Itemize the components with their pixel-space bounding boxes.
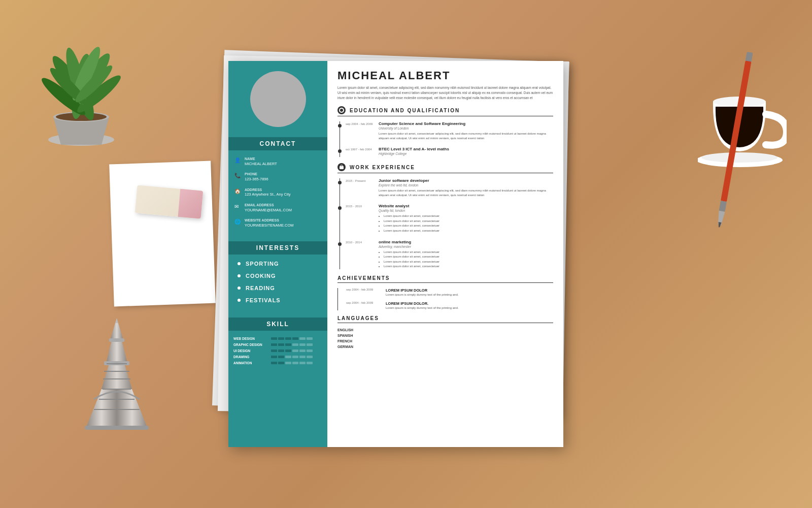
bullet-icon: [238, 262, 241, 265]
achievement-2: sep 2004 - feb 2009 LOREM IPSUM DOLOR. L…: [346, 301, 553, 310]
languages-title: LANGUAGES: [337, 315, 379, 321]
lang-2: SPANISH: [337, 334, 553, 337]
bullet-item: Lorem ipsum dolor sit amet, consectetuer: [384, 260, 553, 265]
achievements-section-header: ACHIEVEMENTS: [337, 275, 553, 283]
contact-phone-label: PHONE: [245, 172, 268, 177]
address-icon: 🏠: [234, 188, 242, 196]
contact-website-label: WEBSITE ADDRESS: [245, 218, 294, 223]
contact-address: 🏠 ADDRESS 123 Anywhere St., Any City: [234, 187, 321, 198]
work-title-2: Website analyst: [379, 204, 553, 208]
ach-date-1: sep 2004 - feb 2009: [346, 288, 382, 297]
work-item-3: 2010 - 2014 online marketing Advertisy, …: [346, 240, 553, 269]
svg-marker-32: [111, 323, 123, 338]
skill-name: WEB DESIGN: [233, 337, 269, 340]
achievement-1: sep 2004 - feb 2009 LOREM IPSUM DOLOR Lo…: [346, 288, 553, 297]
work-subtitle-2: Quality ltd, london: [379, 209, 553, 212]
ach-title-1: LOREM IPSUM DOLOR: [386, 288, 458, 293]
email-icon: ✉: [234, 204, 242, 211]
skill-graphic-design: GRAPHIC DESIGN: [233, 343, 322, 346]
website-icon: 🌐: [234, 219, 242, 226]
ach-desc-2: Lorem ipsum is simply dummy text of the …: [386, 306, 458, 310]
work-title: WORK EXPERIENCE: [350, 165, 415, 170]
interests-list: SPORTING COOKING READING FESTIVALS: [228, 261, 327, 309]
education-item-1: sep 2004 - feb 2009 Computer Science and…: [346, 121, 553, 141]
contact-website-value: YOURWEBSITENAME.COM: [245, 223, 294, 229]
skill-bars: WEB DESIGN GRAPHIC DESIGN UI DESIGN DRAW…: [228, 337, 327, 367]
contact-address-label: ADDRESS: [245, 187, 290, 193]
education-icon: [337, 106, 346, 114]
interest-reading: READING: [238, 285, 318, 291]
interest-label: SPORTING: [246, 261, 279, 267]
achievements-title: ACHIEVEMENTS: [337, 275, 390, 281]
contact-phone-value: 123-365-7896: [245, 177, 268, 182]
resume-main: MICHEAL ALBERT Lorem ipsum dolor sit ame…: [327, 61, 563, 447]
work-subtitle-3: Advertisy, manchester: [379, 245, 553, 248]
svg-point-1: [340, 109, 343, 112]
work-date-1: 2015 - Present: [346, 178, 379, 183]
edu-date-1: sep 2004 - feb 2009: [346, 121, 379, 126]
bullet-item: Lorem ipsum dolor sit amet, consectetuer: [384, 264, 553, 269]
edu-title-1: Computer Science and Software Engineerin…: [379, 121, 553, 126]
person-icon: 👤: [234, 157, 242, 165]
skill-ui-design: UI DESIGN: [233, 349, 322, 353]
svg-rect-23: [719, 201, 727, 212]
lang-3: FRENCH: [337, 339, 553, 343]
languages-section-header: LANGUAGES: [337, 315, 553, 323]
plant: [30, 15, 132, 157]
svg-marker-30: [107, 341, 127, 361]
work-desc-1: Lorem ipsum dolor sit amet, consectetuer…: [379, 188, 553, 198]
contact-name: 👤 Name MICHEAL ALBERT: [234, 156, 321, 167]
education-timeline: sep 2004 - feb 2009 Computer Science and…: [337, 121, 553, 157]
contact-items: 👤 Name MICHEAL ALBERT 📞 PHONE 123-365-78…: [228, 156, 327, 233]
bullet-item: Lorem ipsum dolor sit amet, consectetuer: [384, 224, 553, 229]
avatar: [250, 71, 306, 127]
ach-desc-1: Lorem ipsum is simply dummy text of the …: [386, 293, 458, 297]
bullet-item: Lorem ipsum dolor sit amet, consectetuer: [384, 214, 553, 219]
work-subtitle-1: Explore the web ltd, london: [379, 183, 553, 187]
work-timeline: 2015 - Present Junior software developer…: [337, 178, 553, 269]
phone-icon: 📞: [234, 173, 242, 180]
bullet-item: Lorem ipsum dolor sit amet, consectetuer: [384, 250, 553, 255]
education-title: EDUCATION AND QUALIFICATION: [350, 108, 460, 113]
work-title-3: online marketing: [379, 240, 553, 244]
contact-header: CONTACT: [228, 137, 327, 150]
eiffel-tower: [84, 318, 150, 432]
work-title-1: Junior software developer: [379, 178, 553, 183]
ach-date-2: sep 2004 - feb 2009: [346, 301, 382, 310]
education-item-2: oct 1997 - feb 2004 BTEC Level 3 ICT and…: [346, 147, 553, 157]
svg-rect-40: [85, 426, 149, 430]
interest-label: FESTIVALS: [246, 297, 281, 303]
svg-rect-3: [341, 165, 343, 167]
bullet-item: Lorem ipsum dolor sit amet, consectetuer: [384, 255, 553, 260]
work-bullets-3: Lorem ipsum dolor sit amet, consectetuer…: [379, 250, 553, 269]
work-item-1: 2015 - Present Junior software developer…: [346, 178, 553, 198]
skill-web-design: WEB DESIGN: [233, 337, 322, 340]
svg-point-19: [701, 152, 777, 163]
contact-name-label: Name: [245, 156, 277, 162]
contact-email-label: EMAIL ADDRESS: [245, 203, 292, 208]
interest-label: READING: [246, 285, 275, 291]
ach-title-2: LOREM IPSUM DOLOR.: [386, 301, 458, 306]
eraser: [135, 185, 203, 218]
work-date-2: 2015 - 2010: [346, 204, 379, 208]
edu-desc-1: Lorem ipsum dolor sit amet, consectetuer…: [379, 132, 553, 141]
bullet-icon: [238, 287, 241, 290]
candidate-bio: Lorem ipsum dolor sit amet, consectetuer…: [337, 85, 553, 100]
education-section-header: EDUCATION AND QUALIFICATION: [337, 106, 553, 116]
contact-email: ✉ EMAIL ADDRESS YOURNAME@EMAIL.COM: [234, 203, 321, 213]
edu-subtitle-2: Highbridge College: [379, 152, 553, 155]
skill-name: GRAPHIC DESIGN: [233, 343, 269, 346]
skill-header: SKILL: [228, 318, 327, 331]
work-section-header: WORK EXPERIENCE: [337, 163, 553, 173]
edu-title-2: BTEC Level 3 ICT and A- level maths: [379, 147, 553, 151]
skill-name: DRAWING: [233, 355, 269, 359]
resume: CONTACT 👤 Name MICHEAL ALBERT 📞 PHONE 12…: [228, 61, 563, 447]
interest-festivals: FESTIVALS: [238, 297, 318, 303]
lang-1: ENGLISH: [337, 328, 553, 332]
achievements-list: sep 2004 - feb 2009 LOREM IPSUM DOLOR Lo…: [337, 288, 553, 310]
skill-name: UI DESIGN: [233, 349, 269, 353]
svg-rect-31: [109, 338, 124, 342]
interest-sporting: SPORTING: [238, 261, 318, 267]
skill-drawing: DRAWING: [233, 355, 322, 359]
interest-cooking: COOKING: [238, 273, 318, 279]
